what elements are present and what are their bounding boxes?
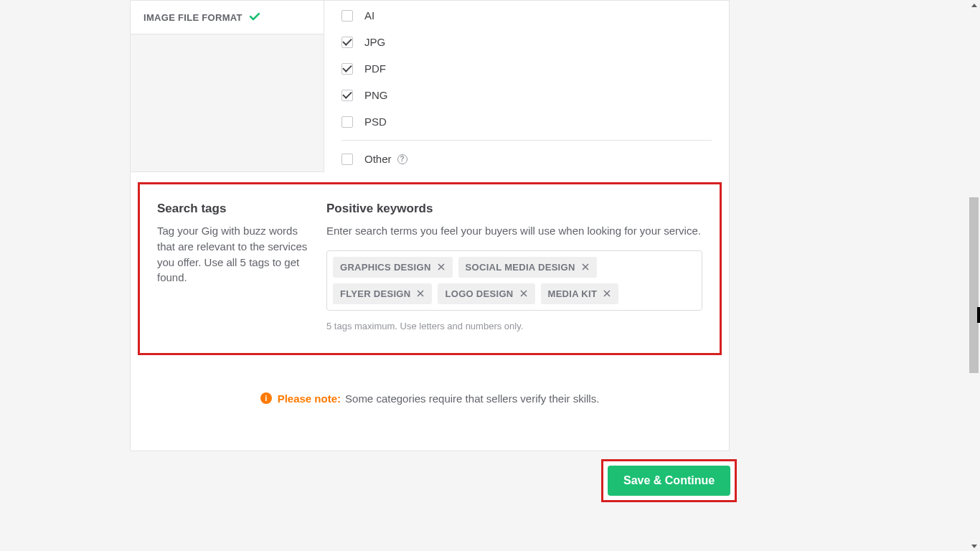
save-continue-button[interactable]: Save & Continue <box>608 466 730 496</box>
format-option-label: JPG <box>364 36 385 48</box>
format-preview-area <box>131 34 324 171</box>
format-option-other[interactable]: Other ? <box>341 146 712 172</box>
checkbox-icon <box>341 63 353 75</box>
help-icon[interactable]: ? <box>397 154 407 164</box>
check-icon <box>250 11 260 24</box>
format-title: IMAGE FILE FORMAT <box>143 12 242 23</box>
tag-chip: FLYER DESIGN <box>333 283 432 304</box>
format-option-label: PDF <box>364 62 386 75</box>
format-option-pdf[interactable]: PDF <box>341 55 712 82</box>
search-tags-info: Search tags Tag your Gig with buzz words… <box>157 202 326 331</box>
format-option-psd[interactable]: PSD <box>341 108 712 135</box>
close-icon[interactable] <box>437 263 446 271</box>
format-option-label: PNG <box>364 89 388 101</box>
main-card: IMAGE FILE FORMAT AI JPG PDF P <box>130 0 730 451</box>
scrollbar-thumb[interactable] <box>969 197 979 373</box>
note-text: Some categories require that sellers ver… <box>345 392 599 405</box>
save-button-highlight: Save & Continue <box>601 459 737 502</box>
keywords-title: Positive keywords <box>326 202 702 216</box>
search-tags-title: Search tags <box>157 202 312 216</box>
close-icon[interactable] <box>581 263 590 271</box>
info-icon: i <box>260 392 272 404</box>
close-icon[interactable] <box>519 289 528 298</box>
search-tags-section: Search tags Tag your Gig with buzz words… <box>138 182 722 355</box>
tag-label: GRAPHICS DESIGN <box>340 262 431 273</box>
checkbox-icon <box>341 116 353 128</box>
format-option-png[interactable]: PNG <box>341 82 712 108</box>
note-label: Please note: <box>278 392 341 405</box>
tag-label: FLYER DESIGN <box>340 288 410 299</box>
checkbox-icon <box>341 154 353 165</box>
scroll-up-arrow-icon[interactable] <box>969 0 979 10</box>
tag-chip: SOCIAL MEDIA DESIGN <box>458 257 597 278</box>
format-option-label: AI <box>364 9 374 22</box>
keywords-panel: Positive keywords Enter search terms you… <box>326 202 702 331</box>
scrollbar-track[interactable] <box>968 0 980 551</box>
format-option-label: PSD <box>364 116 387 128</box>
note-row: i Please note: Some categories require t… <box>131 355 729 451</box>
divider <box>341 140 712 141</box>
resize-handle[interactable] <box>977 307 980 323</box>
format-title-row: IMAGE FILE FORMAT <box>131 1 324 24</box>
tag-chip: LOGO DESIGN <box>438 283 534 304</box>
keywords-hint: 5 tags maximum. Use letters and numbers … <box>326 321 702 331</box>
close-icon[interactable] <box>603 289 611 298</box>
keywords-input[interactable]: GRAPHICS DESIGN SOCIAL MEDIA DESIGN FLYE… <box>326 250 702 311</box>
checkbox-icon <box>341 37 353 48</box>
keywords-description: Enter search terms you feel your buyers … <box>326 223 702 239</box>
tag-chip: MEDIA KIT <box>541 283 619 304</box>
format-option-ai[interactable]: AI <box>341 2 712 29</box>
search-tags-description: Tag your Gig with buzz words that are re… <box>157 223 312 286</box>
checkbox-icon <box>341 10 353 22</box>
tag-chip: GRAPHICS DESIGN <box>333 257 453 278</box>
format-option-label: Other <box>364 153 392 165</box>
format-option-jpg[interactable]: JPG <box>341 29 712 55</box>
format-section: IMAGE FILE FORMAT AI JPG PDF P <box>131 1 729 172</box>
format-options: AI JPG PDF PNG PSD Other ? <box>324 1 729 172</box>
format-left-col: IMAGE FILE FORMAT <box>131 1 324 172</box>
tag-label: SOCIAL MEDIA DESIGN <box>466 262 575 273</box>
tag-label: LOGO DESIGN <box>445 288 513 299</box>
scroll-down-arrow-icon[interactable] <box>969 541 979 551</box>
close-icon[interactable] <box>416 289 425 298</box>
checkbox-icon <box>341 90 353 101</box>
tag-label: MEDIA KIT <box>548 288 598 299</box>
